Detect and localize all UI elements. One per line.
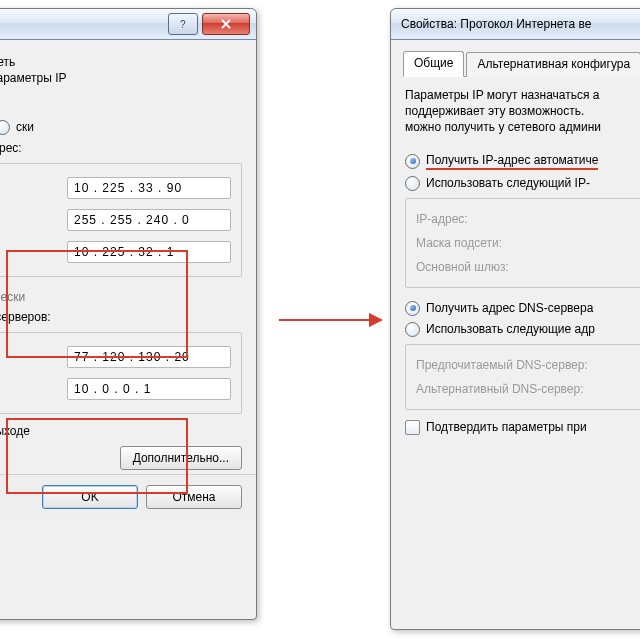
radio-icon xyxy=(405,176,420,191)
window-title: рсии 4 (TCP/IPv4) xyxy=(0,17,164,31)
intro-text: томатически, если сеть противном случае … xyxy=(0,54,242,103)
advanced-button[interactable]: Дополнительно... xyxy=(120,446,242,470)
label-ip-auto: Получить IP-адрес автоматиче xyxy=(426,153,598,170)
radio-icon xyxy=(0,120,10,135)
tab-strip: Общие Альтернативная конфигура xyxy=(403,50,640,77)
cancel-button[interactable]: Отмена xyxy=(146,485,242,509)
button-row: OK Отмена xyxy=(0,474,256,521)
radio-dns-manual[interactable]: Использовать следующие адр xyxy=(405,319,640,340)
radio-ip-auto[interactable]: Получить IP-адрес автоматиче xyxy=(405,150,640,173)
input-subnet-mask[interactable]: 255 . 255 . 240 . 0 xyxy=(67,209,231,231)
help-button[interactable]: ? xyxy=(168,13,198,35)
input-default-gateway[interactable]: 10 . 225 . 32 . 1 xyxy=(67,241,231,263)
tab-alternate-config[interactable]: Альтернативная конфигура xyxy=(466,52,640,77)
radio-ip-auto[interactable]: ски xyxy=(0,117,242,138)
row-default-gateway: 10 . 225 . 32 . 1 xyxy=(0,236,231,268)
group-dns: Предпочитаемый DNS-сервер: Альтернативны… xyxy=(405,344,640,410)
window-title: Свойства: Протокол Интернета ве xyxy=(401,17,640,31)
checkbox-icon xyxy=(405,420,420,435)
row-dns-preferred: 77 . 120 . 130 . 20 xyxy=(0,341,231,373)
label-gateway: Основной шлюз: xyxy=(416,260,509,274)
intro-text: Параметры IP могут назначаться а поддерж… xyxy=(405,87,640,136)
close-button[interactable] xyxy=(202,13,250,35)
radio-dns-manual[interactable]: са DNS-серверов: xyxy=(0,307,242,328)
group-ip: IP-адрес: Маска подсети: Основной шлюз: xyxy=(405,198,640,288)
titlebar-right: Свойства: Протокол Интернета ве xyxy=(391,9,640,40)
checkbox-validate-on-exit[interactable]: выходе xyxy=(0,424,242,438)
dialog-body-left: томатически, если сеть противном случае … xyxy=(0,40,256,474)
radio-icon xyxy=(405,322,420,337)
label-ip-address: IP-адрес: xyxy=(416,212,468,226)
tab-general[interactable]: Общие xyxy=(403,51,464,77)
input-ip-address[interactable]: 10 . 225 . 33 . 90 xyxy=(67,177,231,199)
radio-icon xyxy=(405,301,420,316)
titlebar-left: рсии 4 (TCP/IPv4) ? xyxy=(0,9,256,40)
label-subnet-mask: Маска подсети: xyxy=(416,236,502,250)
radio-icon xyxy=(405,154,420,169)
svg-marker-2 xyxy=(369,313,383,327)
radio-ip-manual[interactable]: дрес: xyxy=(0,138,242,159)
radio-ip-manual[interactable]: Использовать следующий IP- xyxy=(405,173,640,194)
dialog-ipv4-properties-left: рсии 4 (TCP/IPv4) ? томатически, если се… xyxy=(0,8,257,620)
group-dns: 77 . 120 . 130 . 20 10 . 0 . 0 . 1 xyxy=(0,332,242,414)
arrow-icon xyxy=(275,300,385,340)
row-subnet-mask: 255 . 255 . 240 . 0 xyxy=(0,204,231,236)
input-dns-preferred[interactable]: 77 . 120 . 130 . 20 xyxy=(67,346,231,368)
dialog-body-right: Общие Альтернативная конфигура Параметры… xyxy=(391,40,640,445)
row-ip-address: 10 . 225 . 33 . 90 xyxy=(0,172,231,204)
row-dns-alternate: 10 . 0 . 0 . 1 xyxy=(0,373,231,405)
ok-button[interactable]: OK xyxy=(42,485,138,509)
label-dns-alternate: Альтернативный DNS-сервер: xyxy=(416,382,584,396)
radio-dns-auto[interactable]: атоматически xyxy=(0,287,242,307)
label-dns-preferred: Предпочитаемый DNS-сервер: xyxy=(416,358,588,372)
group-ip: 10 . 225 . 33 . 90 255 . 255 . 240 . 0 1… xyxy=(0,163,242,277)
radio-dns-auto[interactable]: Получить адрес DNS-сервера xyxy=(405,298,640,319)
dialog-ipv4-properties-right: Свойства: Протокол Интернета ве Общие Ал… xyxy=(390,8,640,630)
input-dns-alternate[interactable]: 10 . 0 . 0 . 1 xyxy=(67,378,231,400)
checkbox-validate-on-exit[interactable]: Подтвердить параметры при xyxy=(405,420,640,435)
svg-text:?: ? xyxy=(180,19,186,29)
